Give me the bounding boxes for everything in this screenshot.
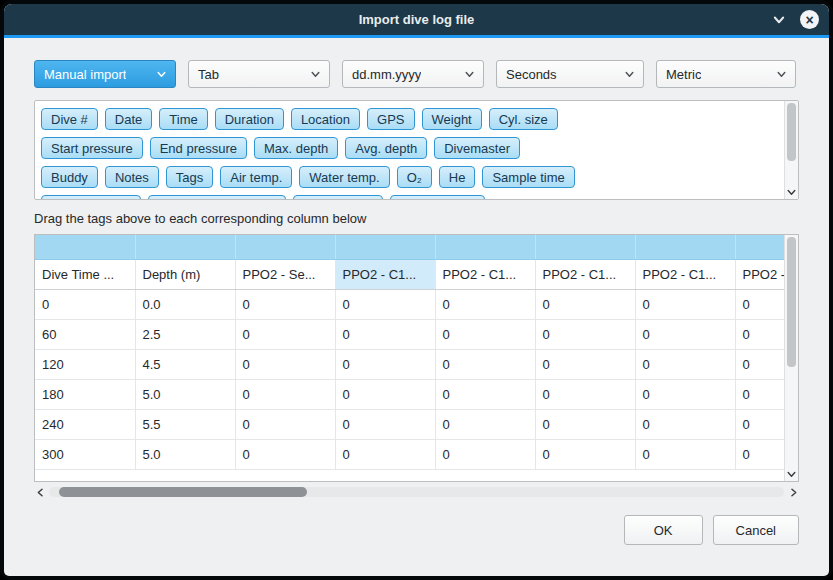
tag-weight[interactable]: Weight xyxy=(422,108,482,130)
chevron-down-icon xyxy=(310,69,321,80)
table-cell: 0 xyxy=(335,439,435,469)
tag-air-temp[interactable]: Air temp. xyxy=(220,166,292,188)
tag-he[interactable]: He xyxy=(439,166,476,188)
tag-o[interactable]: O₂ xyxy=(397,166,432,188)
tag-water-temp[interactable]: Water temp. xyxy=(299,166,389,188)
tag-sample-po[interactable]: Sample pO₂ xyxy=(293,195,383,199)
table-cell: 0 xyxy=(735,409,784,439)
scroll-down-icon[interactable] xyxy=(785,187,798,198)
combo-selected-value: dd.mm.yyyy xyxy=(352,67,421,82)
import-data-grid: Dive Time ...Depth (m)PPO2 - Se...PPO2 -… xyxy=(35,235,784,470)
tag-max-depth[interactable]: Max. depth xyxy=(254,137,338,159)
import-options-row: Manual importTabdd.mm.yyyySecondsMetric xyxy=(34,60,799,88)
table-cell: 0 xyxy=(235,409,335,439)
table-cell: 0 xyxy=(235,379,335,409)
column-drop-target[interactable] xyxy=(235,235,335,259)
table-scrollbar[interactable] xyxy=(784,235,798,481)
import-mode-combo[interactable]: Manual import xyxy=(34,60,176,88)
column-header[interactable]: PPO2 - C1... xyxy=(735,259,784,289)
tag-tags[interactable]: Tags xyxy=(166,166,213,188)
table-cell: 0 xyxy=(535,409,635,439)
column-drop-target[interactable] xyxy=(435,235,535,259)
dialog-body: Manual importTabdd.mm.yyyySecondsMetric … xyxy=(4,38,829,576)
tag-dive[interactable]: Dive # xyxy=(41,108,98,130)
shade-window-icon[interactable] xyxy=(770,11,788,29)
table-cell: 0 xyxy=(335,409,435,439)
table-cell: 0 xyxy=(735,379,784,409)
window-frame: Import dive log file × Manual importTabd… xyxy=(0,0,833,580)
tag-sample-temperature[interactable]: Sample temperature xyxy=(148,195,286,199)
dialog-buttons: OK Cancel xyxy=(34,515,799,545)
tag-sample-cns[interactable]: Sample CNS xyxy=(390,195,485,199)
table-cell: 0 xyxy=(735,289,784,319)
table-cell: 0 xyxy=(735,319,784,349)
scroll-left-icon[interactable] xyxy=(34,487,46,498)
time-format-combo[interactable]: Seconds xyxy=(496,60,644,88)
column-header[interactable]: PPO2 - C1... xyxy=(535,259,635,289)
table-cell: 60 xyxy=(35,319,135,349)
table-cell: 0 xyxy=(435,289,535,319)
table-hscrollbar[interactable] xyxy=(34,485,799,499)
combo-selected-value: Seconds xyxy=(506,67,557,82)
table-row: 3005.0000000 xyxy=(35,439,784,469)
tag-start-pressure[interactable]: Start pressure xyxy=(41,137,143,159)
tags-scrollbar-thumb[interactable] xyxy=(787,103,796,161)
table-cell: 0 xyxy=(735,349,784,379)
tag-buddy[interactable]: Buddy xyxy=(41,166,98,188)
table-cell: 0 xyxy=(235,289,335,319)
tag-duration[interactable]: Duration xyxy=(215,108,284,130)
tag-location[interactable]: Location xyxy=(291,108,360,130)
table-cell: 0.0 xyxy=(135,289,235,319)
table-scrollbar-thumb[interactable] xyxy=(787,237,796,367)
table-viewport: Dive Time ...Depth (m)PPO2 - Se...PPO2 -… xyxy=(35,235,784,481)
import-dialog: Import dive log file × Manual importTabd… xyxy=(4,4,829,576)
tag-sample-time[interactable]: Sample time xyxy=(482,166,574,188)
column-drop-target[interactable] xyxy=(735,235,784,259)
scroll-right-icon[interactable] xyxy=(787,487,799,498)
close-icon[interactable]: × xyxy=(800,10,819,29)
hscroll-thumb[interactable] xyxy=(59,487,307,497)
table-cell: 0 xyxy=(235,319,335,349)
hscroll-track[interactable] xyxy=(49,487,784,497)
tag-date[interactable]: Date xyxy=(105,108,152,130)
date-format-combo[interactable]: dd.mm.yyyy xyxy=(342,60,484,88)
table-row: 602.5000000 xyxy=(35,319,784,349)
tag-row: BuddyNotesTagsAir temp.Water temp.O₂HeSa… xyxy=(41,166,778,188)
cancel-button[interactable]: Cancel xyxy=(713,515,799,545)
tags-scrollbar[interactable] xyxy=(784,101,798,199)
table-cell: 0 xyxy=(535,439,635,469)
field-separator-combo[interactable]: Tab xyxy=(188,60,330,88)
table-cell: 0 xyxy=(535,289,635,319)
table-cell: 180 xyxy=(35,379,135,409)
units-combo[interactable]: Metric xyxy=(656,60,796,88)
tag-cyl-size[interactable]: Cyl. size xyxy=(489,108,558,130)
tag-notes[interactable]: Notes xyxy=(105,166,159,188)
scroll-down-icon[interactable] xyxy=(785,469,798,480)
column-header[interactable]: PPO2 - C1... xyxy=(635,259,735,289)
chevron-down-icon xyxy=(156,69,167,80)
combo-selected-value: Manual import xyxy=(44,67,126,82)
tag-divemaster[interactable]: Divemaster xyxy=(434,137,520,159)
tag-gps[interactable]: GPS xyxy=(367,108,414,130)
column-drop-target[interactable] xyxy=(535,235,635,259)
column-drop-target[interactable] xyxy=(135,235,235,259)
titlebar[interactable]: Import dive log file × xyxy=(4,4,829,35)
tag-end-pressure[interactable]: End pressure xyxy=(150,137,247,159)
column-drop-target[interactable] xyxy=(335,235,435,259)
table-row: 1204.5000000 xyxy=(35,349,784,379)
column-header[interactable]: PPO2 - C1... xyxy=(435,259,535,289)
table-cell: 0 xyxy=(35,289,135,319)
tag-sample-depth[interactable]: Sample depth xyxy=(41,195,141,199)
tag-time[interactable]: Time xyxy=(159,108,207,130)
table-cell: 300 xyxy=(35,439,135,469)
column-drop-target[interactable] xyxy=(35,235,135,259)
column-header[interactable]: PPO2 - C1... xyxy=(335,259,435,289)
ok-button[interactable]: OK xyxy=(624,515,703,545)
table-cell: 0 xyxy=(535,379,635,409)
drag-instruction: Drag the tags above to each correspondin… xyxy=(34,211,799,226)
column-header[interactable]: Dive Time ... xyxy=(35,259,135,289)
column-header[interactable]: PPO2 - Se... xyxy=(235,259,335,289)
tag-avg-depth[interactable]: Avg. depth xyxy=(345,137,427,159)
column-drop-target[interactable] xyxy=(635,235,735,259)
column-header[interactable]: Depth (m) xyxy=(135,259,235,289)
